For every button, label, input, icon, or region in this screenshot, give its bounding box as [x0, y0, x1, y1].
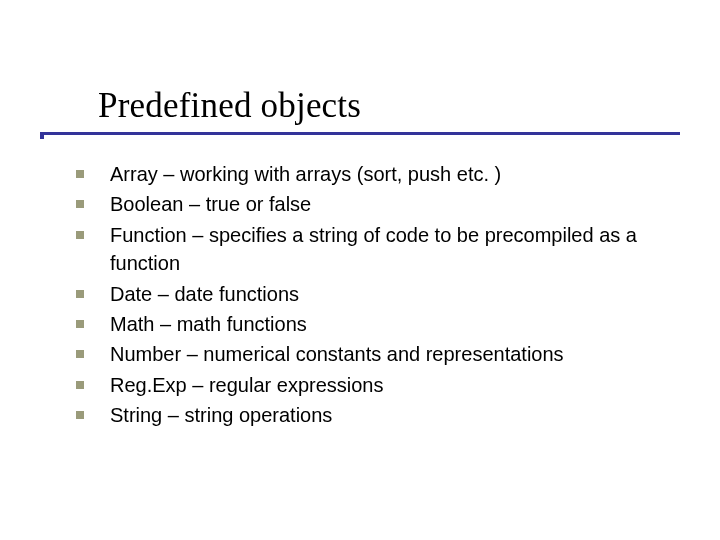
list-item-text: Reg.Exp – regular expressions: [110, 374, 383, 396]
square-bullet-icon: [76, 290, 84, 298]
list-item-text: Date – date functions: [110, 283, 299, 305]
square-bullet-icon: [76, 170, 84, 178]
list-item-text: Number – numerical constants and represe…: [110, 343, 564, 365]
list-item-text: Math – math functions: [110, 313, 307, 335]
list-item: Function – specifies a string of code to…: [76, 221, 690, 278]
square-bullet-icon: [76, 320, 84, 328]
slide-title: Predefined objects: [98, 86, 361, 126]
square-bullet-icon: [76, 200, 84, 208]
list-item-text: Function – specifies a string of code to…: [110, 224, 637, 274]
list-item: Date – date functions: [76, 280, 690, 308]
square-bullet-icon: [76, 231, 84, 239]
list-item-text: Boolean – true or false: [110, 193, 311, 215]
list-item-text: String – string operations: [110, 404, 332, 426]
list-item: Math – math functions: [76, 310, 690, 338]
list-item: Number – numerical constants and represe…: [76, 340, 690, 368]
list-item: Reg.Exp – regular expressions: [76, 371, 690, 399]
slide: Predefined objects Array – working with …: [0, 0, 720, 540]
bullet-list: Array – working with arrays (sort, push …: [76, 160, 690, 432]
square-bullet-icon: [76, 411, 84, 419]
list-item: Array – working with arrays (sort, push …: [76, 160, 690, 188]
list-item: Boolean – true or false: [76, 190, 690, 218]
title-underline-tick: [40, 132, 44, 139]
square-bullet-icon: [76, 381, 84, 389]
list-item: String – string operations: [76, 401, 690, 429]
title-underline: [44, 132, 680, 135]
title-wrap: Predefined objects: [98, 86, 361, 126]
list-item-text: Array – working with arrays (sort, push …: [110, 163, 501, 185]
square-bullet-icon: [76, 350, 84, 358]
